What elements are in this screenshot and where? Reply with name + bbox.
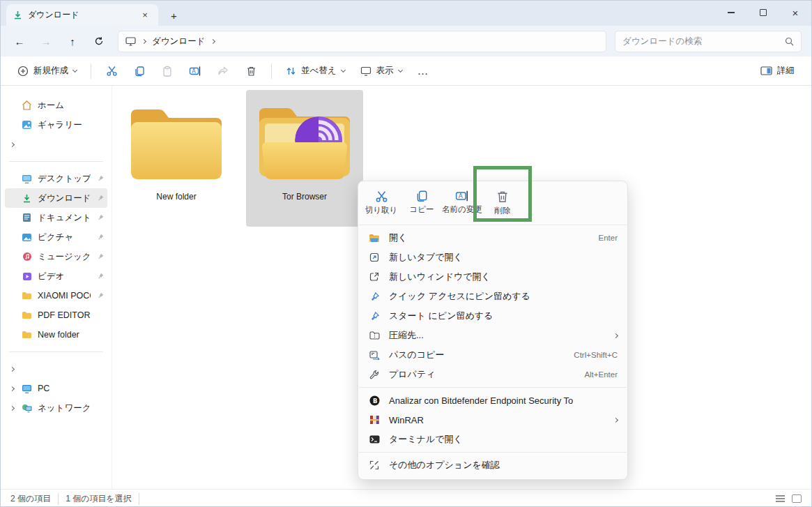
sidebar-item-gallery[interactable]: ギャラリー bbox=[5, 115, 107, 135]
svg-text:B: B bbox=[372, 397, 376, 404]
menu-item-compress-to[interactable]: 圧縮先... bbox=[358, 326, 627, 345]
breadcrumb-downloads[interactable]: ダウンロード bbox=[152, 36, 205, 47]
rename-icon: A bbox=[189, 66, 201, 77]
show-more-options-icon bbox=[368, 460, 381, 470]
menu-item-show-more-options[interactable]: その他のオプションを確認 bbox=[358, 455, 627, 475]
sort-button[interactable]: 並べ替え bbox=[280, 61, 351, 81]
minimize-button[interactable] bbox=[715, 1, 747, 24]
search-input[interactable] bbox=[622, 36, 785, 46]
copy-button[interactable] bbox=[128, 61, 151, 82]
menu-item-winrar[interactable]: WinRAR bbox=[358, 410, 627, 430]
menu-item-copy-path[interactable]: パスのコピー Ctrl+Shift+C bbox=[358, 345, 627, 365]
maximize-icon bbox=[760, 9, 767, 16]
chevron-down-icon bbox=[72, 67, 77, 72]
menu-divider bbox=[359, 452, 627, 453]
sidebar-item-pdf-editor[interactable]: PDF EDITOR bbox=[5, 305, 107, 325]
file-tile-tor-browser[interactable]: Tor Browser bbox=[246, 90, 363, 227]
sidebar-item-videos[interactable]: ビデオ bbox=[5, 266, 107, 286]
sidebar-item-label: ピクチャ bbox=[38, 232, 91, 243]
menu-item-label: 開く bbox=[389, 232, 590, 244]
context-menu: 切り取り コピー A 名前の変更 削除 開く Enter bbox=[358, 181, 628, 480]
large-icons-view-icon[interactable] bbox=[792, 494, 802, 503]
sort-icon bbox=[286, 66, 296, 76]
menu-item-label: ターミナルで開く bbox=[389, 433, 618, 446]
menu-divider bbox=[359, 387, 627, 388]
menu-item-label: スタート にピン留めする bbox=[389, 310, 618, 322]
search-box[interactable] bbox=[615, 31, 802, 52]
sidebar-item-home[interactable]: ホーム bbox=[5, 96, 107, 115]
sidebar-item-documents[interactable]: ドキュメント bbox=[5, 208, 107, 227]
menu-item-pin-start[interactable]: スタート にピン留めする bbox=[358, 306, 627, 326]
videos-icon bbox=[21, 272, 33, 281]
folder-icon bbox=[21, 311, 33, 319]
details-pane-button[interactable]: 詳細 bbox=[755, 61, 800, 81]
search-icon bbox=[785, 37, 794, 46]
new-tab-button[interactable]: + bbox=[171, 10, 177, 22]
forward-button[interactable]: → bbox=[34, 31, 58, 52]
menu-item-label: クイック アクセスにピン留めする bbox=[389, 290, 618, 303]
sort-button-label: 並べ替え bbox=[301, 65, 337, 77]
open-new-window-icon bbox=[368, 272, 381, 282]
winrar-icon bbox=[368, 415, 381, 425]
copy-path-icon bbox=[368, 351, 381, 360]
sidebar-item-downloads[interactable]: ダウンロード bbox=[5, 188, 107, 208]
copy-quick-action[interactable]: コピー bbox=[401, 187, 442, 219]
menu-shortcut: Alt+Enter bbox=[584, 370, 618, 379]
up-button[interactable]: ↑ bbox=[61, 31, 84, 52]
cut-quick-action[interactable]: 切り取り bbox=[361, 187, 401, 219]
menu-item-label: その他のオプションを確認 bbox=[389, 459, 618, 471]
view-button[interactable]: 表示 bbox=[355, 61, 408, 81]
more-options-button[interactable]: … bbox=[412, 65, 435, 77]
share-icon bbox=[217, 66, 229, 77]
rename-quick-action[interactable]: A 名前の変更 bbox=[442, 187, 482, 219]
sidebar-item-pc[interactable]: PC bbox=[5, 379, 107, 398]
menu-item-open-terminal[interactable]: ターミナルで開く bbox=[358, 430, 627, 449]
sidebar-item-new-folder[interactable]: New folder bbox=[5, 325, 107, 345]
back-button[interactable]: ← bbox=[8, 31, 31, 52]
menu-item-open[interactable]: 開く Enter bbox=[358, 228, 627, 248]
sidebar-item-label: ギャラリー bbox=[38, 119, 105, 131]
sidebar-expand-row[interactable] bbox=[5, 135, 107, 154]
menu-item-open-new-window[interactable]: 新しいウィンドウで開く bbox=[358, 267, 627, 287]
sidebar-item-desktop[interactable]: デスクトップ bbox=[5, 169, 107, 188]
delete-icon bbox=[496, 190, 509, 204]
properties-icon bbox=[368, 370, 381, 379]
cut-icon bbox=[106, 65, 118, 77]
sidebar-item-label: ミュージック bbox=[38, 251, 91, 263]
paste-button[interactable] bbox=[155, 61, 179, 82]
sidebar-expand-row[interactable] bbox=[5, 359, 107, 379]
pin-icon bbox=[95, 175, 105, 182]
pin-icon bbox=[95, 292, 105, 299]
file-tile-new-folder[interactable]: New folder bbox=[118, 90, 235, 227]
rename-button[interactable]: A bbox=[183, 61, 207, 82]
share-button[interactable] bbox=[211, 61, 235, 82]
menu-item-open-new-tab[interactable]: 新しいタブで開く bbox=[358, 248, 627, 267]
sidebar-item-network[interactable]: ネットワーク bbox=[5, 398, 107, 418]
delete-quick-action[interactable]: 削除 bbox=[482, 187, 523, 219]
pin-icon bbox=[95, 273, 105, 280]
quick-action-label: コピー bbox=[409, 204, 434, 215]
home-icon bbox=[21, 100, 33, 110]
submenu-chevron-icon bbox=[613, 417, 618, 422]
list-view-icon[interactable] bbox=[776, 494, 785, 504]
refresh-button[interactable] bbox=[87, 31, 111, 52]
maximize-button[interactable] bbox=[747, 1, 779, 24]
sidebar-item-pictures[interactable]: ピクチャ bbox=[5, 227, 107, 247]
tab-close-icon[interactable]: × bbox=[139, 10, 151, 20]
menu-item-properties[interactable]: プロパティ Alt+Enter bbox=[358, 365, 627, 384]
close-icon: × bbox=[792, 8, 799, 18]
cut-icon bbox=[375, 190, 388, 203]
new-button[interactable]: 新規作成 bbox=[12, 61, 82, 81]
delete-button[interactable] bbox=[239, 61, 263, 82]
menu-item-pin-quick-access[interactable]: クイック アクセスにピン留めする bbox=[358, 287, 627, 306]
cut-button[interactable] bbox=[100, 61, 123, 82]
sidebar-item-music[interactable]: ミュージック bbox=[5, 247, 107, 266]
sidebar-item-xiaomi-poco[interactable]: XIAOMI POCO F bbox=[5, 286, 107, 305]
close-button[interactable]: × bbox=[779, 1, 811, 24]
breadcrumb-chevron-icon[interactable] bbox=[210, 38, 215, 43]
menu-item-bitdefender-scan[interactable]: B Analizar con Bitdefender Endpoint Secu… bbox=[358, 391, 627, 410]
tab-downloads[interactable]: ダウンロード × bbox=[6, 4, 158, 26]
menu-item-label: 圧縮先... bbox=[389, 329, 606, 342]
address-bar[interactable]: ダウンロード bbox=[118, 31, 606, 52]
pin-icon bbox=[95, 195, 105, 202]
